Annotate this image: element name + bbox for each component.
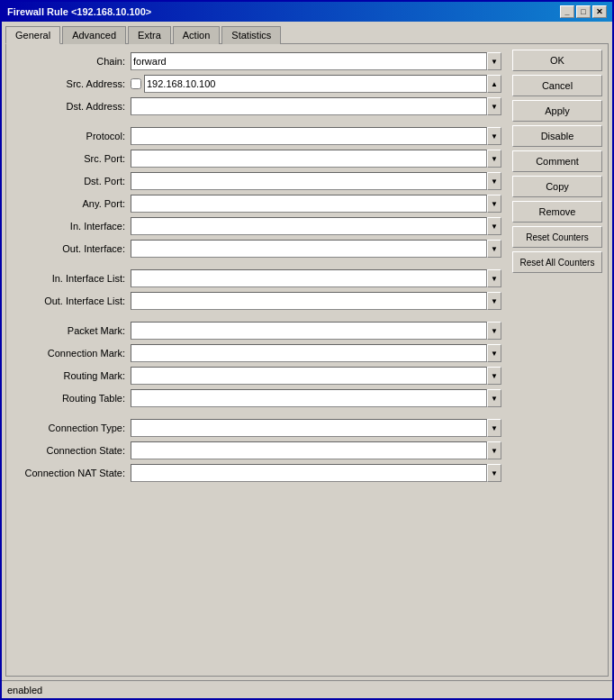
maximize-button[interactable]: □: [576, 5, 591, 18]
dst-port-row: Dst. Port: ▼: [14, 171, 501, 191]
dst-port-input[interactable]: [131, 172, 487, 190]
src-address-checkbox[interactable]: [131, 78, 141, 89]
connection-mark-input[interactable]: [131, 344, 487, 362]
routing-table-dropdown-btn[interactable]: ▼: [487, 389, 501, 407]
chain-row: Chain: ▼: [14, 51, 501, 71]
out-interface-row: Out. Interface: ▼: [14, 239, 501, 259]
out-interface-label: Out. Interface:: [14, 243, 131, 254]
in-interface-list-dropdown-btn[interactable]: ▼: [487, 269, 501, 287]
any-port-label: Any. Port:: [14, 198, 131, 209]
cancel-button[interactable]: Cancel: [512, 75, 602, 96]
connection-mark-dropdown-btn[interactable]: ▼: [487, 344, 501, 362]
packet-mark-input[interactable]: [131, 322, 487, 340]
chain-dropdown-btn[interactable]: ▼: [487, 52, 501, 70]
protocol-input-wrapper: ▼: [131, 127, 501, 145]
connection-state-row: Connection State: ▼: [14, 441, 501, 460]
minimize-button[interactable]: _: [560, 5, 574, 18]
in-interface-list-input-wrapper: ▼: [131, 269, 501, 287]
reset-counters-button[interactable]: Reset Counters: [512, 226, 602, 248]
routing-table-row: Routing Table: ▼: [14, 388, 501, 408]
protocol-label: Protocol:: [14, 131, 131, 141]
out-interface-dropdown-btn[interactable]: ▼: [487, 240, 501, 258]
dst-port-dropdown-btn[interactable]: ▼: [487, 172, 501, 190]
connection-type-dropdown-btn[interactable]: ▼: [487, 419, 501, 437]
in-interface-input[interactable]: [131, 217, 487, 235]
protocol-row: Protocol: ▼: [14, 126, 501, 146]
src-port-label: Src. Port:: [14, 153, 131, 164]
in-interface-input-wrapper: ▼: [131, 217, 501, 235]
chain-input[interactable]: [131, 52, 487, 70]
out-interface-input[interactable]: [131, 240, 487, 258]
packet-mark-dropdown-btn[interactable]: ▼: [487, 322, 501, 340]
title-bar-controls: _ □ ✕: [560, 5, 607, 18]
connection-mark-row: Connection Mark: ▼: [14, 343, 501, 363]
status-text: enabled: [7, 685, 42, 695]
routing-table-label: Routing Table:: [14, 393, 131, 404]
dst-address-label: Dst. Address:: [14, 101, 131, 112]
routing-mark-dropdown-btn[interactable]: ▼: [487, 367, 501, 385]
window-body: General Advanced Extra Action Statistics…: [2, 22, 612, 680]
connection-nat-state-dropdown-btn[interactable]: ▼: [487, 464, 501, 482]
routing-table-input[interactable]: [131, 389, 487, 407]
remove-button[interactable]: Remove: [512, 201, 602, 223]
tab-statistics[interactable]: Statistics: [221, 26, 281, 44]
src-address-row: Src. Address: ▲: [14, 74, 501, 94]
packet-mark-label: Packet Mark:: [14, 325, 131, 336]
dst-port-input-wrapper: ▼: [131, 172, 501, 190]
comment-button[interactable]: Comment: [512, 150, 602, 172]
spacer-4: [14, 411, 501, 418]
content-area: Chain: ▼ Src. Address:: [5, 43, 609, 677]
in-interface-list-row: In. Interface List: ▼: [14, 268, 501, 288]
dst-port-label: Dst. Port:: [14, 176, 131, 186]
src-address-scroll-up-btn[interactable]: ▲: [487, 75, 501, 93]
src-port-input[interactable]: [131, 150, 487, 168]
src-address-label: Src. Address:: [14, 78, 131, 89]
in-interface-label: In. Interface:: [14, 221, 131, 232]
copy-button[interactable]: Copy: [512, 176, 602, 197]
dst-address-input[interactable]: [131, 97, 487, 115]
status-bar: enabled: [2, 680, 612, 698]
in-interface-dropdown-btn[interactable]: ▼: [487, 217, 501, 235]
connection-state-input[interactable]: [131, 441, 487, 459]
routing-mark-row: Routing Mark: ▼: [14, 366, 501, 386]
disable-button[interactable]: Disable: [512, 125, 602, 147]
out-interface-list-row: Out. Interface List: ▼: [14, 291, 501, 311]
any-port-input[interactable]: [131, 195, 487, 213]
src-port-dropdown-btn[interactable]: ▼: [487, 150, 501, 168]
chain-input-wrapper: ▼: [131, 52, 501, 70]
src-address-input[interactable]: [144, 75, 487, 93]
out-interface-list-input[interactable]: [131, 292, 487, 310]
connection-state-label: Connection State:: [14, 445, 131, 456]
src-port-row: Src. Port: ▼: [14, 149, 501, 168]
packet-mark-input-wrapper: ▼: [131, 322, 501, 340]
spacer-1: [14, 119, 501, 126]
window-title: Firewall Rule <192.168.10.100>: [7, 6, 151, 17]
tab-general[interactable]: General: [5, 26, 60, 44]
apply-button[interactable]: Apply: [512, 100, 602, 122]
close-button[interactable]: ✕: [592, 5, 607, 18]
protocol-dropdown-btn[interactable]: ▼: [487, 127, 501, 145]
out-interface-list-dropdown-btn[interactable]: ▼: [487, 292, 501, 310]
in-interface-list-input[interactable]: [131, 269, 487, 287]
any-port-dropdown-btn[interactable]: ▼: [487, 195, 501, 213]
tab-advanced[interactable]: Advanced: [62, 26, 126, 44]
out-interface-list-label: Out. Interface List:: [14, 295, 131, 306]
tab-action[interactable]: Action: [173, 26, 221, 44]
src-address-input-wrapper: ▲: [131, 75, 501, 93]
connection-nat-state-input-wrapper: ▼: [131, 464, 501, 482]
spacer-3: [14, 314, 501, 321]
reset-all-counters-button[interactable]: Reset All Counters: [512, 251, 602, 273]
tab-extra[interactable]: Extra: [128, 26, 171, 44]
firewall-rule-window: Firewall Rule <192.168.10.100> _ □ ✕ Gen…: [0, 0, 614, 700]
connection-nat-state-input[interactable]: [131, 464, 487, 482]
connection-state-dropdown-btn[interactable]: ▼: [487, 441, 501, 459]
connection-state-input-wrapper: ▼: [131, 441, 501, 459]
connection-type-row: Connection Type: ▼: [14, 418, 501, 438]
connection-type-input[interactable]: [131, 419, 487, 437]
connection-nat-state-label: Connection NAT State:: [14, 468, 131, 478]
ok-button[interactable]: OK: [512, 50, 602, 71]
tab-bar: General Advanced Extra Action Statistics: [2, 22, 612, 43]
protocol-input[interactable]: [131, 127, 487, 145]
routing-mark-input[interactable]: [131, 367, 487, 385]
dst-address-dropdown-btn[interactable]: ▼: [487, 97, 501, 115]
